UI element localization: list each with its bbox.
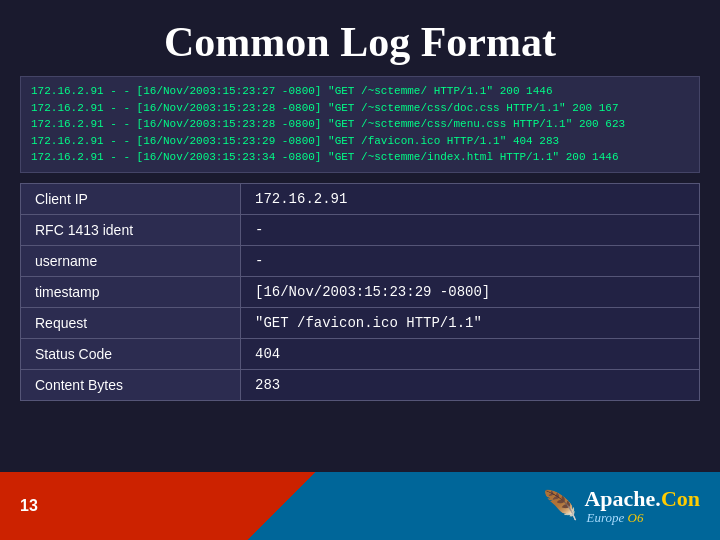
table-cell-label: timestamp	[21, 276, 241, 307]
logo-europe: Europe	[586, 510, 624, 525]
logo-area: 🪶 Apache.Con Europe O6	[543, 487, 700, 525]
slide-number: 13	[20, 497, 38, 515]
table-row: Content Bytes283	[21, 369, 700, 400]
table-cell-value: "GET /favicon.ico HTTP/1.1"	[241, 307, 700, 338]
code-block: 172.16.2.91 - - [16/Nov/2003:15:23:27 -0…	[20, 76, 700, 173]
table-row: timestamp[16/Nov/2003:15:23:29 -0800]	[21, 276, 700, 307]
table-cell-label: RFC 1413 ident	[21, 214, 241, 245]
table-row: Client IP172.16.2.91	[21, 183, 700, 214]
table-cell-label: Status Code	[21, 338, 241, 369]
table-cell-value: 404	[241, 338, 700, 369]
table-cell-value: 172.16.2.91	[241, 183, 700, 214]
table-cell-value: -	[241, 214, 700, 245]
code-line-4: 172.16.2.91 - - [16/Nov/2003:15:23:29 -0…	[31, 133, 689, 150]
code-line-5: 172.16.2.91 - - [16/Nov/2003:15:23:34 -0…	[31, 149, 689, 166]
table-cell-value: -	[241, 245, 700, 276]
table-cell-value: [16/Nov/2003:15:23:29 -0800]	[241, 276, 700, 307]
table-row: Request"GET /favicon.ico HTTP/1.1"	[21, 307, 700, 338]
table-row: Status Code404	[21, 338, 700, 369]
code-line-2: 172.16.2.91 - - [16/Nov/2003:15:23:28 -0…	[31, 100, 689, 117]
table-cell-label: Client IP	[21, 183, 241, 214]
table-cell-label: Request	[21, 307, 241, 338]
table-cell-label: username	[21, 245, 241, 276]
slide: Common Log Format 172.16.2.91 - - [16/No…	[0, 0, 720, 540]
feather-icon: 🪶	[543, 489, 578, 522]
code-line-1: 172.16.2.91 - - [16/Nov/2003:15:23:27 -0…	[31, 83, 689, 100]
table-cell-label: Content Bytes	[21, 369, 241, 400]
logo-year: O6	[628, 510, 644, 525]
table-row: username-	[21, 245, 700, 276]
logo-europe-row: Europe O6	[586, 511, 700, 525]
table-row: RFC 1413 ident-	[21, 214, 700, 245]
logo-con: Con	[661, 487, 700, 511]
bottom-bar: 13 🪶 Apache.Con Europe O6	[0, 472, 720, 540]
table-cell-value: 283	[241, 369, 700, 400]
logo-stack: Apache.Con Europe O6	[584, 487, 700, 525]
logo-apache: Apache.	[584, 487, 660, 511]
code-line-3: 172.16.2.91 - - [16/Nov/2003:15:23:28 -0…	[31, 116, 689, 133]
slide-title: Common Log Format	[0, 0, 720, 76]
log-format-table: Client IP172.16.2.91RFC 1413 ident-usern…	[20, 183, 700, 401]
